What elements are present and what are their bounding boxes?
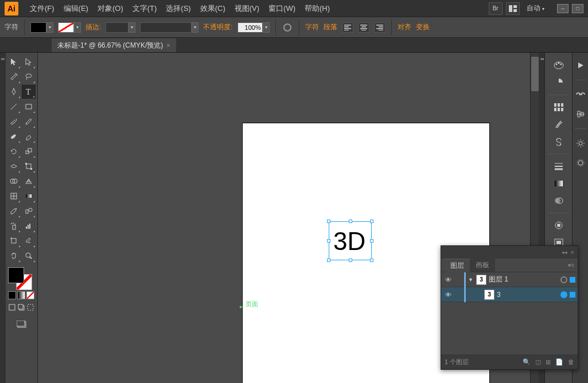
play-panel-icon[interactable] bbox=[574, 58, 587, 72]
panel-collapse-icon[interactable]: ◂◂ bbox=[562, 249, 567, 255]
align-left-button[interactable] bbox=[342, 22, 353, 33]
screen-mode-button[interactable] bbox=[7, 318, 36, 331]
selection-handle-se[interactable] bbox=[370, 259, 373, 262]
blob-brush-tool[interactable] bbox=[7, 130, 21, 143]
direct-selection-tool[interactable] bbox=[22, 55, 36, 69]
color-mode-solid[interactable] bbox=[8, 291, 16, 299]
stroke-weight-dropdown[interactable]: ▾ bbox=[128, 22, 135, 33]
transparency-panel-icon[interactable] bbox=[552, 194, 566, 208]
layer-row[interactable]: 👁 3 3 bbox=[441, 287, 578, 302]
new-layer-icon[interactable]: 📄 bbox=[555, 358, 563, 366]
menu-type[interactable]: 文字(T) bbox=[128, 1, 162, 16]
selection-handle-nw[interactable] bbox=[327, 220, 330, 223]
artboard-tool[interactable] bbox=[7, 234, 21, 248]
tab-artboards[interactable]: 画板 bbox=[470, 259, 495, 272]
delete-layer-icon[interactable]: 🗑 bbox=[568, 358, 574, 366]
selection-indicator[interactable] bbox=[570, 277, 575, 283]
color-mode-none[interactable] bbox=[26, 291, 34, 299]
symbol-sprayer-tool[interactable] bbox=[7, 219, 21, 233]
selection-handle-sw[interactable] bbox=[327, 259, 330, 262]
zoom-tool[interactable] bbox=[22, 249, 36, 263]
align-center-button[interactable] bbox=[358, 22, 369, 33]
menu-select[interactable]: 选择(S) bbox=[161, 1, 195, 16]
menu-help[interactable]: 帮助(H) bbox=[300, 1, 334, 16]
mesh-tool[interactable] bbox=[7, 189, 21, 203]
stroke-profile-dropdown[interactable] bbox=[140, 22, 192, 33]
free-transform-tool[interactable] bbox=[22, 159, 36, 173]
toolbox-collapse-strip[interactable]: ▸▸ bbox=[0, 53, 6, 383]
make-clipping-mask-icon[interactable]: ◫ bbox=[535, 358, 541, 366]
recolor-artwork-button[interactable] bbox=[282, 22, 293, 33]
swatches-panel-icon[interactable] bbox=[552, 100, 566, 114]
fill-stroke-indicator[interactable] bbox=[7, 266, 36, 290]
column-graph-tool[interactable] bbox=[22, 219, 36, 233]
eraser-tool[interactable] bbox=[22, 130, 36, 143]
stroke-profile-arrow[interactable]: ▾ bbox=[192, 22, 198, 33]
visibility-toggle-icon[interactable]: 👁 bbox=[443, 291, 453, 298]
transform-panel-link[interactable]: 变换 bbox=[416, 22, 430, 32]
symbols-panel-icon[interactable] bbox=[552, 135, 566, 148]
fill-swatch[interactable] bbox=[30, 22, 46, 33]
type-tool[interactable]: T bbox=[22, 85, 36, 99]
expand-toggle-icon[interactable]: ▼ bbox=[468, 277, 474, 283]
draw-normal-button[interactable] bbox=[8, 303, 16, 312]
selection-handle-s[interactable] bbox=[349, 259, 352, 262]
opacity-dropdown[interactable]: ▾ bbox=[263, 22, 270, 33]
opacity-input[interactable]: 100% bbox=[237, 22, 263, 33]
stroke-swatch-dropdown[interactable]: ▾ bbox=[74, 22, 81, 33]
menu-window[interactable]: 窗口(W) bbox=[264, 1, 300, 16]
selection-indicator[interactable] bbox=[570, 292, 575, 298]
close-tab-button[interactable]: × bbox=[166, 42, 170, 49]
fill-swatch-dropdown[interactable]: ▾ bbox=[46, 22, 53, 33]
brushes-panel-icon[interactable] bbox=[552, 118, 566, 131]
selection-tool[interactable] bbox=[7, 55, 21, 69]
blend-tool[interactable] bbox=[22, 204, 36, 218]
draw-inside-button[interactable] bbox=[26, 303, 34, 312]
stroke-swatch[interactable] bbox=[58, 22, 74, 33]
target-icon[interactable] bbox=[560, 291, 567, 298]
opacity-label[interactable]: 不透明度: bbox=[203, 22, 232, 32]
gradient-panel-icon[interactable] bbox=[552, 177, 566, 190]
perspective-grid-tool[interactable] bbox=[22, 174, 36, 188]
color-guide-panel-icon[interactable] bbox=[552, 76, 566, 89]
target-icon[interactable] bbox=[560, 276, 567, 283]
layer-name[interactable]: 3 bbox=[497, 291, 558, 299]
layer-row[interactable]: 👁 ▼ 3 图层 1 bbox=[441, 272, 578, 287]
menu-effect[interactable]: 效果(C) bbox=[196, 1, 230, 16]
maximize-button[interactable]: □ bbox=[572, 4, 583, 13]
menu-view[interactable]: 视图(V) bbox=[230, 1, 264, 16]
visibility-toggle-icon[interactable]: 👁 bbox=[443, 276, 453, 283]
pencil-tool[interactable] bbox=[22, 115, 36, 128]
create-sublayer-icon[interactable]: ⊞ bbox=[546, 358, 551, 366]
menu-object[interactable]: 对象(O) bbox=[93, 1, 128, 16]
pen-tool[interactable] bbox=[7, 85, 21, 99]
layers-panel-header[interactable]: ◂◂ × bbox=[441, 246, 578, 259]
selection-handle-e[interactable] bbox=[370, 239, 373, 243]
selection-handle-n[interactable] bbox=[349, 220, 352, 223]
workspace-switcher[interactable]: 自动 ▾ bbox=[523, 2, 548, 14]
minimize-button[interactable]: ─ bbox=[557, 4, 568, 13]
links-panel-icon[interactable] bbox=[574, 88, 587, 101]
appearance-panel-icon[interactable] bbox=[552, 218, 566, 232]
rotate-tool[interactable] bbox=[7, 144, 21, 158]
scrollbar-thumb[interactable] bbox=[531, 57, 539, 91]
menu-edit[interactable]: 编辑(E) bbox=[59, 1, 93, 16]
character-panel-link[interactable]: 字符 bbox=[305, 22, 319, 32]
locate-object-icon[interactable]: 🔍 bbox=[523, 358, 531, 366]
menu-file[interactable]: 文件(F) bbox=[25, 1, 59, 16]
eyedropper-tool[interactable] bbox=[7, 204, 21, 218]
panel-close-icon[interactable]: × bbox=[571, 249, 574, 256]
selection-handle-ne[interactable] bbox=[370, 220, 373, 223]
tab-layers[interactable]: 图层 bbox=[445, 259, 470, 272]
stroke-label[interactable]: 描边: bbox=[85, 22, 101, 32]
stroke-weight-input[interactable] bbox=[106, 22, 128, 33]
line-segment-tool[interactable] bbox=[7, 100, 21, 114]
align-right-button[interactable] bbox=[374, 22, 385, 33]
draw-behind-button[interactable] bbox=[17, 303, 25, 312]
document-tab[interactable]: 未标题-1* @ 66.67% (CMYK/预览) × bbox=[52, 38, 176, 52]
lasso-tool[interactable] bbox=[22, 70, 36, 84]
align-panel-icon[interactable] bbox=[574, 107, 587, 121]
panel-menu-icon[interactable]: ▾≡ bbox=[568, 262, 578, 268]
arrange-documents-button[interactable] bbox=[506, 2, 520, 15]
hand-tool[interactable] bbox=[7, 249, 21, 263]
